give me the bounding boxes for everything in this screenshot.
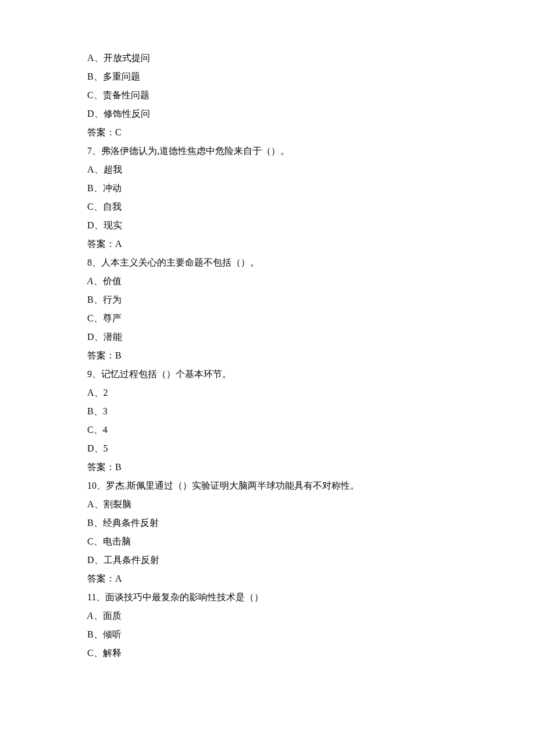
q10-option-d: D、工具条件反射 — [87, 551, 448, 569]
q11-a-letter: A — [87, 611, 94, 621]
q11-a-rest: 、面质 — [94, 611, 122, 621]
q10-option-b: B、经典条件反射 — [87, 514, 448, 532]
q9-option-c: C、4 — [87, 421, 448, 439]
q8-answer: 答案：B — [87, 346, 448, 365]
q8-stem: 8、人本主义关心的主要命题不包括（）。 — [87, 253, 448, 272]
q6-option-a: A、开放式提问 — [87, 49, 448, 67]
q10-answer: 答案：A — [87, 569, 448, 588]
q8-a-rest: 、价值 — [94, 276, 122, 286]
q9-option-a: A、2 — [87, 384, 448, 402]
q8-option-a: A、价值 — [87, 272, 448, 291]
q10-stem: 10、罗杰.斯佩里通过（）实验证明大脑两半球功能具有不对称性。 — [87, 476, 448, 495]
q7-option-c: C、自我 — [87, 198, 448, 216]
q7-stem: 7、弗洛伊德认为,道德性焦虑中危险来自于（）。 — [87, 142, 448, 160]
q9-answer: 答案：B — [87, 458, 448, 476]
q6-option-c: C、责备性问题 — [87, 86, 448, 105]
document-page: A、开放式提问 B、多重问题 C、责备性问题 D、修饰性反问 答案：C 7、弗洛… — [0, 0, 535, 756]
q11-stem: 11、面谈技巧中最复杂的影响性技术是（） — [87, 588, 448, 607]
q7-option-a: A、超我 — [87, 160, 448, 179]
q9-option-b: B、3 — [87, 402, 448, 421]
q6-answer: 答案：C — [87, 123, 448, 142]
q9-option-d: D、5 — [87, 439, 448, 458]
q7-option-d: D、现实 — [87, 216, 448, 235]
q10-option-c: C、电击脑 — [87, 532, 448, 551]
q10-option-a: A、割裂脑 — [87, 495, 448, 514]
q7-answer: 答案：A — [87, 235, 448, 253]
q7-option-b: B、冲动 — [87, 179, 448, 198]
q6-option-d: D、修饰性反问 — [87, 105, 448, 123]
q11-option-a: A、面质 — [87, 607, 448, 625]
q8-option-d: D、潜能 — [87, 328, 448, 346]
q6-option-b: B、多重问题 — [87, 67, 448, 86]
q9-stem: 9、记忆过程包括（）个基本环节。 — [87, 365, 448, 384]
q8-a-letter: A — [87, 276, 94, 286]
q11-option-c: C、解释 — [87, 644, 448, 662]
q8-option-c: C、尊严 — [87, 309, 448, 328]
q8-option-b: B、行为 — [87, 291, 448, 309]
q11-option-b: B、倾听 — [87, 625, 448, 644]
